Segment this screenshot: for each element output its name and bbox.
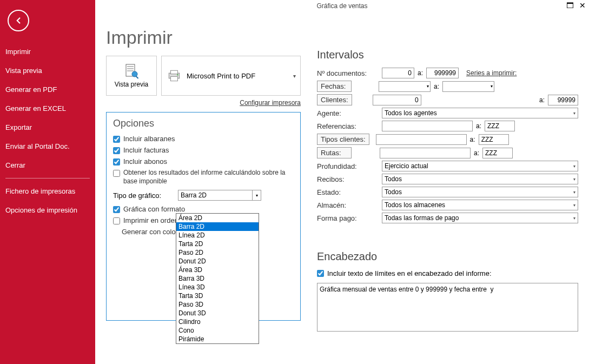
sidebar-item-portal[interactable]: Enviar al Portal Doc. xyxy=(0,137,95,156)
svg-rect-3 xyxy=(127,70,134,71)
check-encabezado-label: Incluir texto de límites en el encabezad… xyxy=(327,269,492,277)
profundidad-value: Ejercicio actual xyxy=(385,162,428,170)
main-area: Gráfica de ventas 🗖 ✕ Imprimir Vista p xyxy=(95,0,589,364)
fecha-from[interactable]: ▾ xyxy=(379,81,431,92)
chevron-down-icon: ▾ xyxy=(573,190,575,195)
fechas-button[interactable]: Fechas: xyxy=(317,81,352,92)
tipo-option[interactable]: Barra 2D xyxy=(176,222,259,231)
chevron-down-icon: ▾ xyxy=(293,73,296,79)
check-albaranes[interactable]: Incluir albaranes xyxy=(113,135,294,143)
check-obtener-input[interactable] xyxy=(113,170,120,177)
tipo-option[interactable]: Paso 2D xyxy=(176,248,259,257)
sidebar-item-pdf[interactable]: Generar en PDF xyxy=(0,80,95,99)
referencias-label: Referencias: xyxy=(317,122,382,130)
check-encabezado-input[interactable] xyxy=(317,270,324,277)
a-label: a: xyxy=(476,122,481,130)
check-encabezado[interactable]: Incluir texto de límites en el encabezad… xyxy=(317,269,578,277)
tipo-option[interactable]: Área 2D xyxy=(176,214,259,222)
svg-rect-5 xyxy=(136,76,139,79)
check-grafica-formato-input[interactable] xyxy=(113,206,120,213)
tipo-option[interactable]: Tarta 2D xyxy=(176,240,259,248)
check-albaranes-input[interactable] xyxy=(113,136,120,143)
profundidad-select[interactable]: Ejercicio actual ▾ xyxy=(382,161,578,171)
encabezado-textarea[interactable] xyxy=(317,283,578,332)
tipo-option[interactable]: Barra 3D xyxy=(176,274,259,283)
rutas-button[interactable]: Rutas: xyxy=(317,147,352,158)
sidebar-item-opciones[interactable]: Opciones de impresión xyxy=(0,201,95,220)
configure-printer-link[interactable]: Configurar impresora xyxy=(106,99,301,107)
check-imprimir-orden-input[interactable] xyxy=(113,217,120,224)
tipo-option[interactable]: Área 3D xyxy=(176,266,259,274)
check-obtener-label: Obtener los resultados del informe calcu… xyxy=(123,169,294,186)
sidebar-item-imprimir[interactable]: Imprimir xyxy=(0,42,95,61)
chevron-down-icon: ▾ xyxy=(573,111,575,116)
check-facturas-label: Incluir facturas xyxy=(123,146,169,154)
tipo-option[interactable]: Donut 2D xyxy=(176,257,259,266)
recibos-label: Recibos: xyxy=(317,175,382,183)
clientes-to[interactable] xyxy=(548,95,578,105)
svg-point-9 xyxy=(177,74,178,75)
tipo-option[interactable]: Pirámide xyxy=(176,335,259,343)
almacen-label: Almacén: xyxy=(317,201,382,209)
tipo-option[interactable]: Línea 3D xyxy=(176,283,259,292)
a-label: a: xyxy=(434,83,439,90)
vista-previa-label: Vista previa xyxy=(115,81,148,88)
a-label: a: xyxy=(474,149,479,157)
opciones-panel: Opciones Incluir albaranes Incluir factu… xyxy=(106,112,301,321)
recibos-select[interactable]: Todos ▾ xyxy=(382,174,578,184)
tipos-to[interactable] xyxy=(479,134,509,145)
tipo-option[interactable]: Donut 3D xyxy=(176,309,259,317)
estado-label: Estado: xyxy=(317,188,382,196)
svg-rect-2 xyxy=(127,68,134,69)
estado-value: Todos xyxy=(385,188,402,196)
agente-select[interactable]: Todos los agentes ▾ xyxy=(382,108,578,118)
clientes-button[interactable]: Clientes: xyxy=(317,94,352,105)
check-facturas-input[interactable] xyxy=(113,147,120,154)
check-abonos[interactable]: Incluir abonos xyxy=(113,157,294,166)
series-link[interactable]: Series a imprimir: xyxy=(466,69,517,77)
sidebar-item-excel[interactable]: Generar en EXCEL xyxy=(0,99,95,118)
tipos-from[interactable] xyxy=(376,134,467,145)
rutas-from[interactable] xyxy=(380,148,471,158)
check-facturas[interactable]: Incluir facturas xyxy=(113,146,294,154)
almacen-select[interactable]: Todos los almacenes ▾ xyxy=(382,200,578,210)
vista-previa-button[interactable]: Vista previa xyxy=(106,56,157,96)
sidebar-item-cerrar[interactable]: Cerrar xyxy=(0,156,95,175)
tipo-option[interactable]: Línea 2D xyxy=(176,231,259,240)
tipos-clientes-button[interactable]: Tipos clientes: xyxy=(317,134,369,145)
back-button[interactable] xyxy=(8,10,29,31)
printer-selector[interactable]: Microsoft Print to PDF ▾ xyxy=(161,56,301,96)
tipo-option[interactable]: Tarta 3D xyxy=(176,292,259,300)
tipo-option[interactable]: Cilindro xyxy=(176,317,259,326)
a-label: a: xyxy=(418,69,423,77)
referencias-to[interactable] xyxy=(485,121,515,131)
estado-select[interactable]: Todos ▾ xyxy=(382,187,578,197)
tipo-grafico-dropdown[interactable]: Área 2DBarra 2DLínea 2DTarta 2DPaso 2DDo… xyxy=(176,213,259,344)
forma-pago-select[interactable]: Todas las formas de pago ▾ xyxy=(382,213,578,223)
num-doc-to[interactable] xyxy=(426,68,459,78)
maximize-icon[interactable]: 🗖 xyxy=(566,1,574,10)
sidebar-item-vista-previa[interactable]: Vista previa xyxy=(0,61,95,80)
profundidad-label: Profundidad: xyxy=(317,162,382,170)
tipo-grafico-combo[interactable]: Barra 2D ▾ xyxy=(178,190,261,201)
a-label: a: xyxy=(470,136,475,143)
clientes-from[interactable] xyxy=(373,95,421,105)
check-abonos-input[interactable] xyxy=(113,158,120,166)
referencias-from[interactable] xyxy=(382,121,473,131)
close-icon[interactable]: ✕ xyxy=(579,1,586,10)
rutas-to[interactable] xyxy=(482,148,513,158)
agente-label: Agente: xyxy=(317,109,382,117)
num-doc-from[interactable] xyxy=(382,68,414,78)
sidebar-item-fichero[interactable]: Fichero de impresoras xyxy=(0,182,95,201)
fecha-to[interactable]: ▾ xyxy=(442,81,494,92)
encabezado-title: Encabezado xyxy=(317,250,578,263)
tipo-option[interactable]: Paso 3D xyxy=(176,300,259,309)
tipo-option[interactable]: Cono xyxy=(176,326,259,335)
svg-rect-7 xyxy=(171,70,178,74)
chevron-down-icon: ▾ xyxy=(573,203,575,208)
page-title: Imprimir xyxy=(106,27,301,48)
check-grafica-formato[interactable]: Gráfica con formato xyxy=(113,205,294,213)
printer-name: Microsoft Print to PDF xyxy=(187,72,255,80)
check-obtener[interactable]: Obtener los resultados del informe calcu… xyxy=(113,169,294,186)
sidebar-item-exportar[interactable]: Exportar xyxy=(0,118,95,137)
